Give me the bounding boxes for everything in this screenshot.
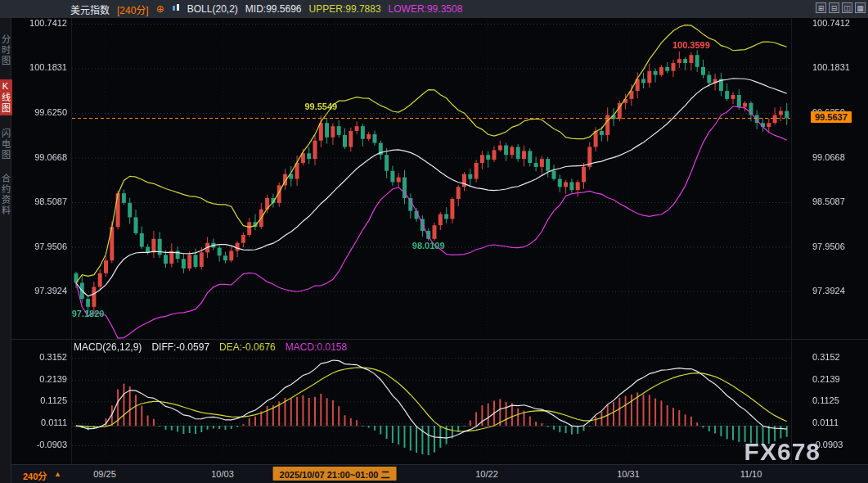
window-tile-icon[interactable]: ⊞ bbox=[816, 2, 826, 13]
macd-axis-label-right: 0.1125 bbox=[812, 395, 839, 405]
sidebar-item-flash-chart[interactable]: 闪电图 bbox=[0, 129, 12, 160]
panel-divider bbox=[11, 339, 868, 340]
chart-type-sidebar: 分时图 K线图 闪电图 合约资料 bbox=[0, 18, 11, 483]
window-layout-icons: ⊞⊟◫▦ bbox=[816, 2, 866, 13]
macd-axis-label-left: 0.3152 bbox=[13, 352, 67, 362]
macd-value: MACD:0.0158 bbox=[286, 341, 347, 353]
macd-indicator-label: MACD(26,12,9) bbox=[74, 341, 142, 353]
candlestick-icon[interactable] bbox=[172, 3, 180, 15]
macd-axis-label-left: 0.2139 bbox=[13, 374, 67, 384]
price-axis-label-left: 99.6250 bbox=[13, 107, 67, 117]
brand-watermark: FX678 bbox=[744, 438, 821, 466]
interval-badge[interactable]: [240分] bbox=[117, 2, 149, 16]
current-price-badge: 99.5637 bbox=[811, 111, 852, 123]
window-grid-icon[interactable]: ▦ bbox=[855, 2, 866, 13]
macd-dea-value: DEA:-0.0676 bbox=[219, 341, 276, 353]
macd-axis-label-left: 0.1125 bbox=[13, 395, 67, 405]
price-axis-label-left: 98.5087 bbox=[13, 196, 67, 206]
price-axis-label-right: 97.3924 bbox=[812, 286, 845, 296]
date-axis-label: 09/25 bbox=[93, 469, 116, 479]
price-axis-label-left: 97.3924 bbox=[13, 286, 67, 296]
boll-lower-value: LOWER:99.3508 bbox=[389, 3, 463, 15]
add-indicator-icon[interactable]: ⊕ bbox=[156, 3, 164, 15]
price-axis-label-left: 100.7412 bbox=[13, 18, 67, 28]
crosshair-time-badge: 2025/10/07 21:00~01:00 二 bbox=[273, 467, 397, 481]
price-axis-label-left: 97.9506 bbox=[13, 242, 67, 251]
price-annotation: 100.3599 bbox=[672, 40, 710, 50]
price-axis-label-right: 99.0668 bbox=[812, 152, 845, 162]
boll-upper-value: UPPER:99.7883 bbox=[309, 3, 381, 15]
window-split-icon[interactable]: ⊟ bbox=[829, 2, 839, 13]
macd-axis-label-right: -0.0903 bbox=[812, 440, 843, 449]
price-axis-label-left: 99.0668 bbox=[13, 152, 67, 162]
macd-axis-label-right: 0.0111 bbox=[812, 418, 839, 427]
timeframe-label[interactable]: 240分 bbox=[23, 469, 47, 482]
window-panel-icon[interactable]: ◫ bbox=[842, 2, 852, 13]
price-axis-label-right: 97.9506 bbox=[812, 242, 845, 251]
instrument-title: 美元指数 bbox=[70, 2, 110, 16]
macd-diff-value: DIFF:-0.0597 bbox=[151, 341, 209, 353]
time-axis-bar: 240分 ▲ 2025/10/07 21:00~01:00 二 09/2510/… bbox=[11, 464, 868, 483]
price-annotation: 97.1820 bbox=[72, 309, 105, 318]
macd-axis-label-left: 0.0111 bbox=[13, 418, 67, 427]
price-axis-label-right: 100.1831 bbox=[812, 62, 850, 72]
boll-mid-value: MID:99.5696 bbox=[245, 3, 302, 15]
date-axis-label: 10/03 bbox=[211, 469, 234, 479]
macd-axis-label-left: -0.0903 bbox=[13, 440, 67, 449]
price-axis-label-left: 100.1831 bbox=[13, 62, 67, 72]
chart-window: 美元指数 [240分] ⊕ BOLL(20,2) MID:99.5696 UPP… bbox=[0, 0, 868, 483]
price-annotation: 99.5549 bbox=[304, 102, 337, 111]
price-axis-label-right: 98.5087 bbox=[812, 196, 845, 206]
macd-axis-label-right: 0.2139 bbox=[812, 374, 840, 384]
date-axis-label: 10/22 bbox=[475, 469, 498, 479]
timeframe-dropdown-icon[interactable]: ▲ bbox=[54, 470, 61, 478]
boll-indicator-label: BOLL(20,2) bbox=[187, 3, 238, 15]
date-axis-label: 11/10 bbox=[740, 469, 762, 479]
date-axis-label: 10/31 bbox=[617, 469, 640, 479]
price-annotation: 98.0109 bbox=[412, 241, 445, 251]
macd-header: MACD(26,12,9) DIFF:-0.0597 DEA:-0.0676 M… bbox=[74, 341, 347, 353]
sidebar-item-contract-info[interactable]: 合约资料 bbox=[0, 174, 12, 216]
macd-axis-label-right: 0.3152 bbox=[812, 352, 840, 362]
sidebar-item-candle-chart[interactable]: K线图 bbox=[0, 79, 12, 115]
price-axis-label-right: 100.7412 bbox=[812, 18, 850, 28]
chart-header: 美元指数 [240分] ⊕ BOLL(20,2) MID:99.5696 UPP… bbox=[0, 0, 868, 18]
sidebar-item-time-chart[interactable]: 分时图 bbox=[0, 34, 12, 66]
